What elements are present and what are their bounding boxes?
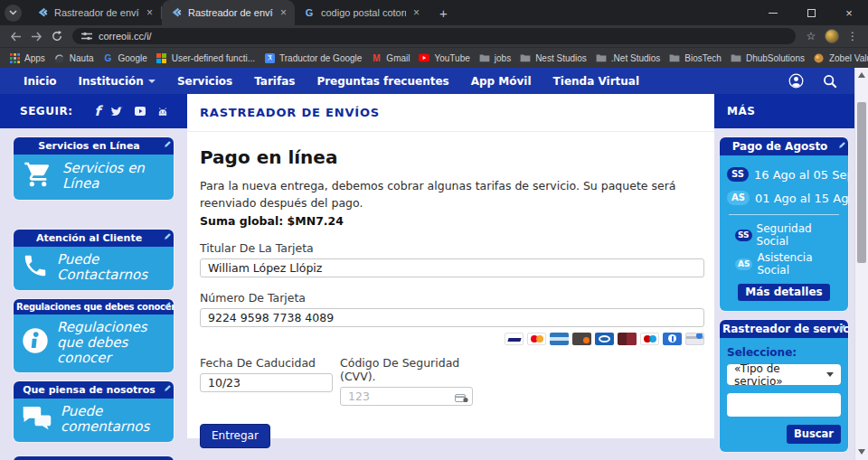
bookmark-apps[interactable]: Apps — [9, 52, 45, 63]
bookmark-youtube[interactable]: YouTube — [419, 52, 469, 63]
youtube-icon[interactable] — [134, 106, 146, 117]
nav-servicios[interactable]: Servicios — [166, 75, 243, 88]
payment-description: Para la nueva entrega, debemos cobrar al… — [200, 178, 708, 212]
cardholder-label: Titular De La Tarjeta — [200, 241, 702, 255]
scroll-up-icon[interactable] — [858, 72, 865, 78]
nav-tarifas[interactable]: Tarifas — [243, 75, 306, 88]
card-secure-icon — [685, 333, 704, 345]
minimize-icon — [769, 13, 778, 14]
avatar — [825, 29, 839, 43]
comments-icon — [22, 405, 52, 434]
bookmark-dhubsolutions[interactable]: DhubSolutions — [731, 52, 805, 63]
service-type-select[interactable]: «Tipo de servicio» — [727, 364, 841, 385]
search-services-button[interactable]: Buscar — [787, 425, 841, 444]
box-body: SS 16 Ago al 05 Sep AS 01 Ago al 15 Ago … — [720, 155, 848, 311]
android-icon[interactable] — [156, 106, 169, 117]
bookmark-traductor[interactable]: Traductor de Google — [264, 52, 362, 63]
box-header: Servicios en Línea — [14, 137, 174, 155]
folder-icon — [479, 52, 490, 63]
scroll-down-icon[interactable] — [858, 449, 865, 455]
address-bar[interactable]: correoii.cc/i/ — [72, 28, 796, 44]
card-unionpay-icon — [663, 333, 682, 345]
expiry-input[interactable] — [200, 373, 333, 392]
phone-icon — [22, 252, 49, 283]
submit-button[interactable]: Entregar — [200, 424, 270, 448]
twitter-icon[interactable] — [110, 106, 124, 117]
right-sidebar: MÁS Pago de Agosto SS 16 Ago al 05 Sep A… — [714, 94, 854, 460]
nav-inicio[interactable]: Inicio — [13, 75, 68, 88]
box-text: Regulaciones que debes conocer — [57, 320, 170, 365]
sidebar-box-servicios-en-linea[interactable]: Servicios en Línea Servicios en Línea — [14, 137, 174, 200]
forward-button[interactable] — [27, 27, 45, 45]
main-content: RASTREADOR DE ENVÍOS Pago en línea Para … — [187, 94, 714, 438]
tab-google-search[interactable]: G codigo postal cotorro la haban × — [295, 0, 428, 25]
legend-label: Seguridad Social — [757, 222, 841, 248]
card-jcb-icon — [618, 333, 637, 345]
close-icon: × — [845, 6, 853, 20]
follow-label: SEGUIR: — [20, 105, 72, 117]
expiry-label: Fecha De Caducidad — [200, 356, 333, 370]
tab-rastreador-2-active[interactable]: Rastreador de envíos – Correos × — [162, 0, 295, 25]
profile-avatar[interactable] — [823, 27, 841, 45]
bookmark-star-button[interactable]: ☆ — [802, 27, 820, 45]
chevron-down-icon — [9, 10, 17, 15]
maximize-icon — [807, 9, 816, 17]
bookmark-google[interactable]: GGoogle — [102, 52, 146, 63]
close-window-button[interactable]: × — [830, 0, 868, 25]
minimize-button[interactable] — [754, 0, 792, 25]
bookmark-jobs[interactable]: jobs — [479, 52, 511, 63]
nav-label: App Móvil — [471, 75, 532, 88]
cvv-input[interactable] — [340, 387, 473, 406]
bookmark-nest-studios[interactable]: Nest Studios — [520, 52, 587, 63]
sidebar-box-oficinas[interactable]: Oficinas y Códigos Postales Estamos a tu… — [14, 456, 174, 460]
maximize-button[interactable] — [792, 0, 830, 25]
tab-close-icon[interactable]: × — [411, 6, 421, 19]
tab-close-icon[interactable]: × — [145, 6, 155, 19]
tab-rastreador-1[interactable]: Rastreador de envíos – Correos × — [28, 0, 161, 25]
new-tab-button[interactable]: + — [436, 5, 451, 21]
card-discover-icon — [572, 333, 591, 345]
bookmark-gmail[interactable]: MGmail — [371, 52, 410, 63]
back-button[interactable] — [6, 27, 24, 45]
back-arrow-icon — [10, 32, 22, 42]
sidebar-box-comentarios[interactable]: Que piensa de nosotros Puede comentarnos — [14, 381, 174, 442]
more-details-button[interactable]: Más detalles — [738, 284, 829, 301]
bookmark-user-defined[interactable]: User-defined functi... — [156, 52, 255, 63]
box-text: Servicios en Línea — [62, 161, 170, 192]
sidebar-box-atencion-cliente[interactable]: Atención al Cliente Puede Contactarnos — [14, 230, 174, 290]
browser-menu-button[interactable]: ⋮ — [844, 27, 862, 45]
nav-app-movil[interactable]: App Móvil — [460, 75, 542, 88]
box-header: Atención al Cliente — [14, 230, 174, 247]
nav-preguntas[interactable]: Preguntas frecuentes — [306, 75, 459, 88]
cardholder-input[interactable] — [200, 258, 704, 277]
chevron-down-icon — [148, 80, 156, 83]
cvv-label: Código De Seguridad (CVV). — [340, 356, 473, 383]
cart-icon — [22, 160, 54, 192]
bookmark-zobel[interactable]: Zobel Values AG — [814, 52, 868, 63]
reload-button[interactable] — [48, 27, 66, 45]
sidebar-box-regulaciones[interactable]: Regulaciones que debes conocer Regulacio… — [14, 299, 174, 372]
accepted-cards — [200, 333, 704, 345]
bookmark-net-studios[interactable]: .Net Studios — [596, 52, 660, 63]
facebook-icon[interactable]: f — [94, 103, 100, 119]
bookmark-biostech[interactable]: BiosTech — [669, 52, 722, 63]
scrollbar-thumb[interactable] — [857, 102, 866, 263]
box-body: Regulaciones que debes conocer — [14, 314, 174, 372]
card-number-input[interactable] — [200, 308, 704, 327]
page-scrollbar[interactable] — [854, 68, 868, 460]
service-code-input[interactable] — [727, 393, 841, 417]
nav-label: Inicio — [24, 75, 57, 88]
box-body: Puede Contactarnos — [14, 247, 174, 290]
tab-close-icon[interactable]: × — [278, 6, 288, 19]
correos-favicon-icon — [170, 6, 183, 19]
nav-institucion[interactable]: Institución — [68, 75, 166, 88]
bookmark-label: BiosTech — [684, 53, 722, 63]
tab-search-button[interactable] — [5, 5, 22, 22]
nav-tienda-virtual[interactable]: Tienda Virtual — [542, 75, 650, 88]
search-button[interactable] — [820, 71, 840, 91]
bookmark-label: Gmail — [386, 53, 410, 63]
card-mastercard-icon — [527, 333, 546, 345]
account-button[interactable] — [786, 71, 806, 91]
bookmark-nauta[interactable]: Nauta — [54, 52, 94, 63]
bookmark-label: DhubSolutions — [746, 53, 805, 63]
